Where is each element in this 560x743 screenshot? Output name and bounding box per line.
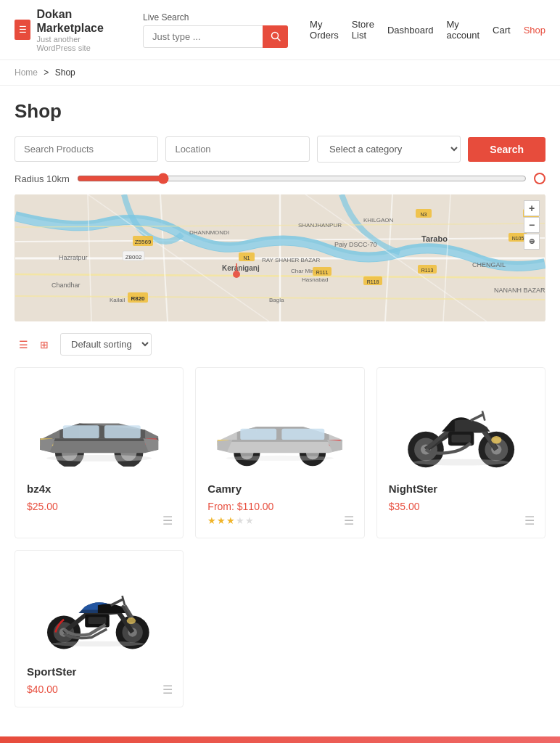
svg-text:Hazratpur: Hazratpur [59,254,88,261]
product-stars-camry: ★ ★ ★ ★ ★ [207,515,352,526]
nav-shop[interactable]: Shop [524,25,545,36]
svg-text:R113: R113 [421,268,434,273]
svg-rect-58 [40,439,158,442]
car-sedan-illustration [207,387,352,467]
svg-text:Paiy DSCC-70: Paiy DSCC-70 [334,241,377,248]
svg-text:R118: R118 [367,279,379,284]
product-card-camry: Camry From: $110.00 ★ ★ ★ ★ ★ ☰ [195,367,364,538]
breadcrumb-home[interactable]: Home [15,67,38,78]
radius-slider[interactable] [77,173,527,184]
svg-text:N3: N3 [421,212,427,217]
category-select[interactable]: Select a category [317,136,461,163]
product-image-camry [207,379,352,474]
live-search-input-wrap [143,25,288,48]
nav-cart[interactable]: Cart [493,25,511,36]
product-image-nightster [389,379,533,474]
product-name-nightster: NightSter [389,483,533,495]
nav-my-account[interactable]: My account [447,19,480,41]
live-search-label: Live Search [143,12,288,22]
svg-text:Z5569: Z5569 [135,239,152,245]
product-search-bar: Select a category Search [15,136,545,163]
view-icons: ☰ ⊞ [15,336,53,353]
location-input[interactable] [165,136,309,162]
svg-point-96 [127,617,136,624]
svg-text:R820: R820 [131,295,145,302]
radius-row: Radius 10km [15,173,545,184]
svg-point-83 [413,459,509,466]
header: ☰ Dokan Marketplace Just another WordPre… [0,0,560,60]
page-title: Shop [15,100,545,123]
car-suv-illustration [27,387,171,467]
breadcrumb-separator: > [44,67,49,78]
product-card-nightster: NightSter $35.00 ☰ [376,367,545,538]
svg-text:KHILGAON: KHILGAON [363,217,394,223]
search-button[interactable]: Search [468,137,545,162]
product-price-nightster: $35.00 [389,501,533,512]
main-nav: My Orders Store List Dashboard My accoun… [310,19,545,41]
footer: 🚚 Fast & Free Delivery 🔒 Safe & Secure P… [0,736,560,743]
svg-text:CHENGAIL: CHENGAIL [472,261,506,268]
svg-text:Bagla: Bagla [269,297,284,303]
svg-point-82 [491,436,501,444]
map-zoom-out-button[interactable]: − [524,217,540,233]
svg-rect-57 [104,426,141,439]
product-menu-icon-sportster[interactable]: ☰ [162,683,173,697]
search-products-input[interactable] [15,136,158,162]
svg-rect-67 [282,429,325,440]
svg-text:DHANNMONDI: DHANNMONDI [189,229,229,236]
svg-text:N105: N105 [512,236,524,241]
nav-store-list[interactable]: Store List [352,19,374,41]
product-card-bz4x: bz4x $25.00 ☰ [15,367,184,538]
list-view-icon[interactable]: ☰ [15,336,33,353]
map-svg: Hazratpur Chandhar Keraniganj Paiy DSCC-… [15,194,545,321]
product-menu-icon-camry[interactable]: ☰ [344,514,354,528]
svg-point-61 [46,455,152,461]
svg-text:Kailail: Kailail [110,297,125,303]
svg-text:Hasnabad: Hasnabad [302,276,328,283]
product-card-sportster: SportSter $40.00 ☰ [15,550,184,707]
svg-text:Tarabo: Tarabo [421,234,448,243]
svg-text:RAY SHAHER BAZAR: RAY SHAHER BAZAR [262,257,320,263]
svg-line-80 [471,414,484,421]
svg-text:N1: N1 [244,255,250,260]
radius-label: Radius 10km [15,173,70,184]
product-image-bz4x [27,379,171,474]
svg-line-81 [482,411,485,420]
svg-text:NANANH BAZAR: NANANH BAZAR [494,287,545,294]
svg-rect-66 [241,429,277,440]
svg-point-97 [52,641,144,646]
sort-select[interactable]: Default sorting [60,333,152,356]
motorcycle-sportster-illustration [27,568,171,652]
map-recenter-button[interactable]: ⊕ [524,234,540,250]
map-zoom-in-button[interactable]: + [524,200,540,216]
breadcrumb-current: Shop [55,67,75,78]
svg-rect-68 [218,440,342,442]
site-title: Dokan Marketplace [36,7,121,35]
grid-view-icon[interactable]: ⊞ [36,336,53,353]
svg-line-1 [277,38,280,41]
product-menu-icon-nightster[interactable]: ☰ [524,514,535,528]
product-name-bz4x: bz4x [27,483,171,495]
product-menu-icon-bz4x[interactable]: ☰ [162,514,173,528]
product-price-bz4x: $25.00 [27,501,171,512]
live-search-submit-button[interactable] [263,25,288,48]
breadcrumb: Home > Shop [0,60,560,86]
map-controls: + − ⊕ [524,200,540,250]
svg-line-92 [111,599,124,605]
svg-rect-91 [88,617,107,624]
logo-text: Dokan Marketplace Just another WordPress… [36,7,121,52]
svg-text:Keraniganj: Keraniganj [222,264,260,272]
nav-dashboard[interactable]: Dashboard [387,25,434,36]
svg-rect-56 [63,426,99,439]
svg-text:R111: R111 [316,270,329,275]
motorcycle-nightster-illustration [389,385,533,469]
map-container: Hazratpur Chandhar Keraniganj Paiy DSCC-… [15,194,545,321]
svg-line-93 [123,596,125,605]
search-icon [271,31,281,41]
svg-text:SHANJHANPUR: SHANJHANPUR [298,222,342,229]
product-image-sportster [27,562,171,657]
nav-my-orders[interactable]: My Orders [310,19,339,41]
logo-icon: ☰ [15,20,30,40]
logo-area: ☰ Dokan Marketplace Just another WordPre… [15,7,121,52]
product-price-sportster: $40.00 [27,684,171,695]
